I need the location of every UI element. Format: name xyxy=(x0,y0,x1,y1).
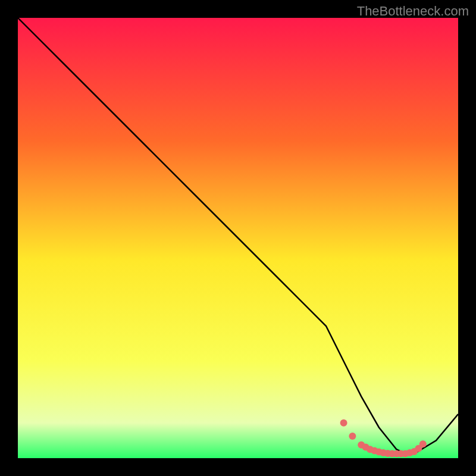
marker-dot xyxy=(349,433,356,440)
plot-area xyxy=(18,18,458,458)
chart-svg xyxy=(18,18,458,458)
chart-container: TheBottleneck.com xyxy=(0,0,476,476)
watermark-text: TheBottleneck.com xyxy=(357,4,469,19)
marker-dot xyxy=(419,440,427,447)
marker-dot xyxy=(340,419,347,427)
